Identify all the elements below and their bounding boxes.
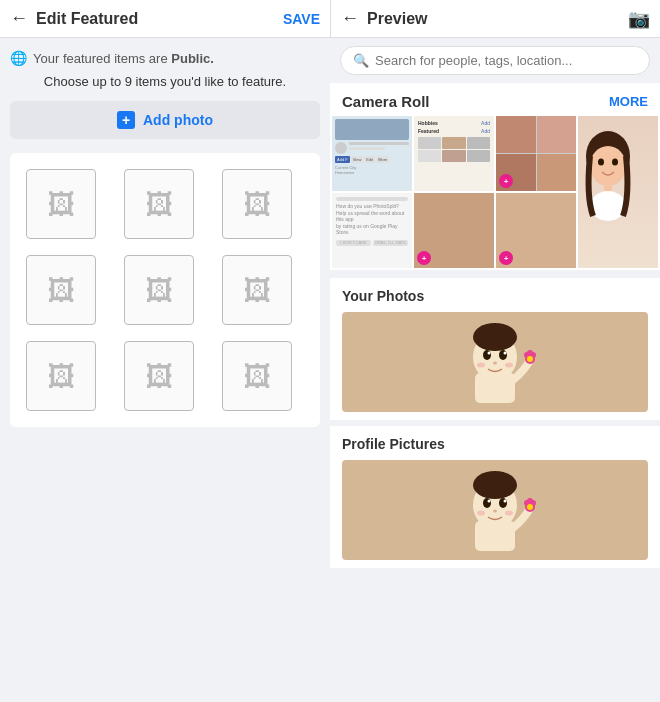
svg-point-20	[505, 362, 513, 367]
globe-icon: 🌐	[10, 50, 27, 66]
camera-roll-section: Camera Roll MORE	[330, 83, 660, 270]
public-notice: 🌐 Your featured items are Public.	[10, 50, 320, 66]
image-placeholder-icon: 🖼	[243, 274, 271, 307]
svg-point-2	[598, 159, 604, 166]
cam-thumbnail-2[interactable]: Hobbies Add Featured Add	[414, 116, 494, 191]
photo-grid-container: 🖼 🖼 🖼 🖼 🖼 🖼	[10, 153, 320, 427]
add-photo-button[interactable]: + Add photo	[10, 101, 320, 139]
image-placeholder-icon: 🖼	[47, 274, 75, 307]
svg-point-26	[488, 499, 491, 502]
preview-panel: 🔍 Camera Roll MORE	[330, 38, 660, 702]
search-bar: 🔍	[330, 38, 660, 83]
svg-point-24	[483, 498, 491, 508]
cam-thumbnail-portrait[interactable]	[578, 116, 658, 268]
photo-cell-6[interactable]: 🖼	[222, 255, 292, 325]
search-input[interactable]	[375, 53, 637, 68]
scroll-filler	[330, 568, 660, 608]
image-placeholder-icon: 🖼	[145, 360, 173, 393]
cam-thumbnail-5[interactable]: +	[414, 193, 494, 268]
photo-cell-1[interactable]: 🖼	[26, 169, 96, 239]
photo-cell-5[interactable]: 🖼	[124, 255, 194, 325]
photo-cell-7[interactable]: 🖼	[26, 341, 96, 411]
svg-point-28	[493, 509, 497, 512]
svg-point-3	[612, 159, 618, 166]
image-placeholder-icon: 🖼	[243, 360, 271, 393]
svg-point-19	[477, 362, 485, 367]
image-placeholder-icon: 🖼	[47, 188, 75, 221]
svg-point-25	[499, 498, 507, 508]
plus-icon: +	[117, 111, 135, 129]
edit-featured-title: Edit Featured	[36, 10, 138, 28]
svg-point-18	[527, 356, 533, 362]
svg-point-35	[505, 510, 513, 515]
svg-point-13	[493, 361, 497, 364]
back-button-right[interactable]: ←	[341, 8, 359, 29]
svg-point-32	[527, 498, 533, 504]
svg-point-5	[590, 191, 626, 221]
photo-grid: 🖼 🖼 🖼 🖼 🖼 🖼	[26, 169, 304, 411]
choose-text: Choose up to 9 items you'd like to featu…	[44, 74, 286, 89]
pink-badge-5: +	[417, 251, 431, 265]
search-icon: 🔍	[353, 53, 369, 68]
svg-point-10	[499, 350, 507, 360]
cam-thumbnail-3[interactable]: +	[496, 116, 576, 191]
search-wrapper[interactable]: 🔍	[340, 46, 650, 75]
edit-header: ← Edit Featured SAVE	[0, 0, 330, 37]
svg-point-9	[483, 350, 491, 360]
edit-panel: 🌐 Your featured items are Public. Choose…	[0, 38, 330, 702]
photo-cell-3[interactable]: 🖼	[222, 169, 292, 239]
app-header: ← Edit Featured SAVE ← Preview 📷	[0, 0, 660, 38]
svg-point-17	[527, 350, 533, 356]
profile-pictures-thumbnail[interactable]	[342, 460, 648, 560]
photo-cell-9[interactable]: 🖼	[222, 341, 292, 411]
public-notice-text: Your featured items are Public.	[33, 51, 214, 66]
cam-thumbnail-6[interactable]: +	[496, 193, 576, 268]
preview-title: Preview	[367, 10, 427, 28]
cam-thumbnail-1[interactable]: Add F View Edit More Current City Hometo…	[332, 116, 412, 191]
cam-thumbnail-4[interactable]: How do you use PhotoSplit?Help us spread…	[332, 193, 412, 268]
svg-point-23	[473, 471, 517, 499]
camera-roll-header: Camera Roll MORE	[330, 83, 660, 116]
profile-pictures-label: Profile Pictures	[330, 426, 660, 460]
image-placeholder-icon: 🖼	[47, 360, 75, 393]
svg-point-12	[504, 351, 507, 354]
your-photos-label: Your Photos	[330, 278, 660, 312]
main-content: 🌐 Your featured items are Public. Choose…	[0, 38, 660, 702]
profile-pictures-section: Profile Pictures	[330, 426, 660, 568]
save-button[interactable]: SAVE	[283, 11, 320, 27]
svg-point-11	[488, 351, 491, 354]
photo-cell-8[interactable]: 🖼	[124, 341, 194, 411]
add-photo-label: Add photo	[143, 112, 213, 128]
camera-roll-title: Camera Roll	[342, 93, 430, 110]
pink-badge-6: +	[499, 251, 513, 265]
svg-point-33	[527, 504, 533, 510]
your-photos-thumbnail[interactable]	[342, 312, 648, 412]
image-placeholder-icon: 🖼	[243, 188, 271, 221]
more-button[interactable]: MORE	[609, 94, 648, 109]
image-placeholder-icon: 🖼	[145, 274, 173, 307]
image-placeholder-icon: 🖼	[145, 188, 173, 221]
photo-cell-2[interactable]: 🖼	[124, 169, 194, 239]
svg-point-34	[477, 510, 485, 515]
back-button-left[interactable]: ←	[10, 8, 28, 29]
svg-point-1	[590, 146, 626, 186]
svg-point-27	[504, 499, 507, 502]
svg-point-8	[473, 323, 517, 351]
pink-badge-3: +	[499, 174, 513, 188]
photo-cell-4[interactable]: 🖼	[26, 255, 96, 325]
preview-header: ← Preview 📷	[330, 0, 660, 37]
camera-icon[interactable]: 📷	[628, 8, 650, 30]
your-photos-section: Your Photos	[330, 278, 660, 420]
